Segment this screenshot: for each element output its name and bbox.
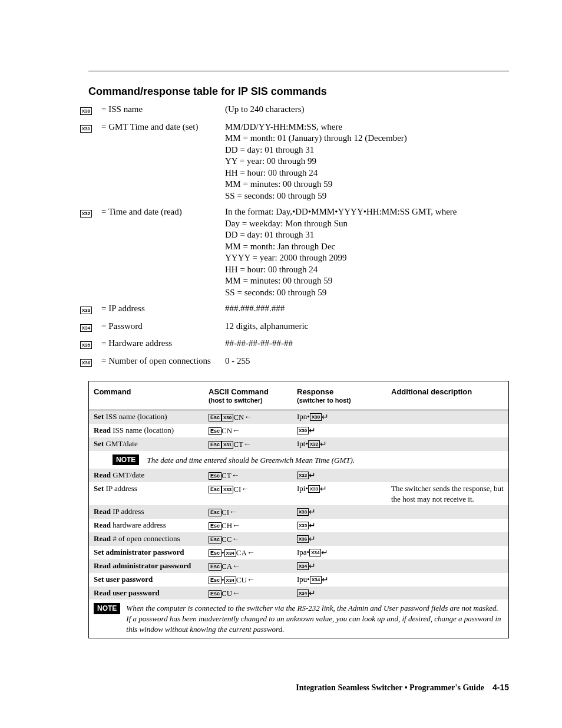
var-label: = Hardware address: [95, 338, 225, 350]
token-x32: X32: [80, 210, 92, 218]
table-row: Read administrator password EscCA← X34↵: [89, 559, 508, 573]
table-row: Set ISS name (location) EscX30CN← Ipn•X3…: [89, 410, 508, 424]
note-badge: NOTE: [113, 454, 139, 465]
table-row: Set GMT/date EscX31CT← Ipt•X32↵: [89, 437, 508, 451]
table-row: Read GMT/date EscCT← X32↵: [89, 469, 508, 482]
var-label: = GMT Time and date (set): [95, 121, 225, 133]
var-desc: ###.###.###.###: [225, 303, 509, 315]
var-row: X33 = IP address ###.###.###.###: [80, 303, 509, 316]
token-x31: X31: [80, 125, 92, 133]
table-row: Read ISS name (location) EscCN← X30↵: [89, 424, 508, 437]
table-row: Set user password Esc•X34CU← Ipu•X34↵: [89, 573, 508, 587]
note-row: NOTE The date and time entered should be…: [89, 451, 508, 469]
var-label: = Number of open connections: [95, 355, 225, 367]
var-row: X34 = Password 12 digits, alphanumeric: [80, 321, 509, 334]
token-x36: X36: [80, 359, 92, 367]
var-label: = ISS name: [95, 104, 225, 116]
var-desc: (Up to 240 characters): [225, 104, 509, 116]
col-response: Response(switcher to host): [292, 381, 386, 410]
var-row: X36 = Number of open connections 0 - 255: [80, 355, 509, 368]
table-row: Set IP address EscX33CI← Ipi•X33↵ The sw…: [89, 482, 508, 505]
var-desc: 0 - 255: [225, 355, 509, 367]
token-x33: X33: [80, 307, 92, 314]
table-row: Read # of open connections EscCC← X36↵: [89, 532, 508, 546]
col-additional: Additional description: [386, 381, 508, 410]
section-title: Command/response table for IP SIS comman…: [88, 85, 509, 98]
note-text: The date and time entered should be Gree…: [147, 456, 355, 465]
table-header-row: Command ASCII Command(host to switcher) …: [89, 381, 508, 410]
table-row: Set administrator password Esc•X34CA← Ip…: [89, 546, 508, 559]
var-desc: MM/DD/YY-HH:MM:SS, where MM = month: 01 …: [225, 121, 509, 202]
var-desc: In the format: Day,•DD•MMM•YYYY•HH:MM:SS…: [225, 206, 509, 298]
note-row: NOTE When the computer is connected to t…: [89, 599, 508, 638]
page-footer: Integration Seamless Switcher • Programm…: [296, 683, 509, 693]
table-row: Read hardware address EscCH← X35↵: [89, 519, 508, 532]
var-desc: ##-##-##-##-##-##: [225, 338, 509, 350]
note-text: When the computer is connected to the sw…: [126, 603, 504, 634]
col-ascii: ASCII Command(host to switcher): [204, 381, 292, 410]
var-label: = Password: [95, 321, 225, 332]
note-badge: NOTE: [94, 603, 120, 614]
var-row: X35 = Hardware address ##-##-##-##-##-##: [80, 338, 509, 351]
variable-list: X30 = ISS name (Up to 240 characters) X3…: [88, 104, 509, 368]
var-row: X32 = Time and date (read) In the format…: [80, 206, 509, 298]
var-desc: 12 digits, alphanumeric: [225, 321, 509, 332]
var-row: X30 = ISS name (Up to 240 characters): [80, 104, 509, 117]
col-command: Command: [89, 381, 204, 410]
table-row: Read IP address EscCI← X33↵: [89, 505, 508, 519]
var-label: = Time and date (read): [95, 206, 225, 218]
table-row: Read user password EscCU← X34↵: [89, 587, 508, 600]
var-label: = IP address: [95, 303, 225, 315]
token-x34: X34: [80, 324, 92, 332]
token-x30: X30: [80, 107, 92, 115]
var-row: X31 = GMT Time and date (set) MM/DD/YY-H…: [80, 121, 509, 202]
command-table: Command ASCII Command(host to switcher) …: [88, 381, 509, 638]
token-x35: X35: [80, 341, 92, 349]
